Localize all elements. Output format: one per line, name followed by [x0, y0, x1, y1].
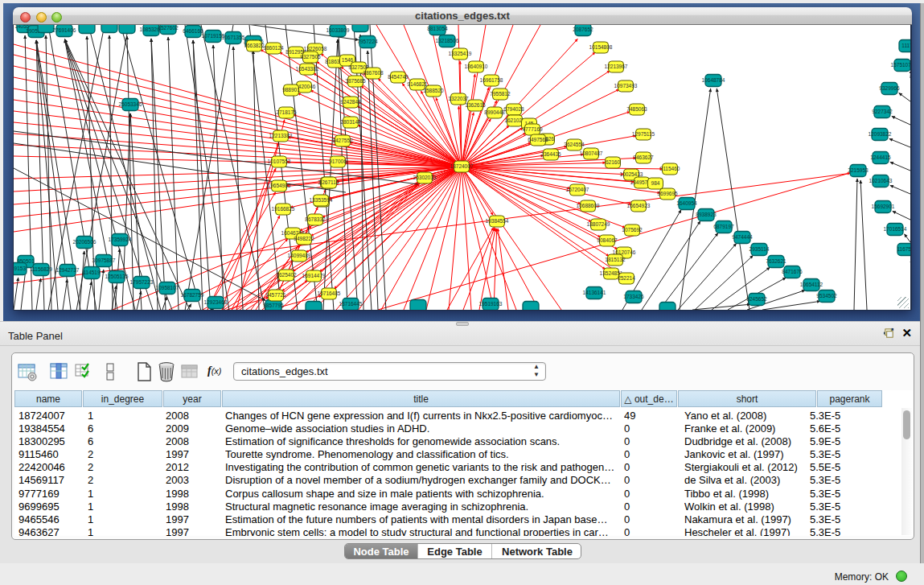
- svg-text:2364436: 2364436: [540, 151, 561, 157]
- svg-text:6879197: 6879197: [713, 224, 734, 229]
- svg-text:27691406: 27691406: [53, 27, 76, 33]
- svg-text:2935114: 2935114: [749, 246, 770, 252]
- svg-text:8427552: 8427552: [332, 138, 353, 143]
- svg-text:15692901: 15692901: [872, 204, 895, 209]
- svg-text:2867608: 2867608: [363, 70, 384, 76]
- svg-text:7485063: 7485063: [626, 106, 647, 112]
- svg-text:10154808: 10154808: [589, 44, 613, 50]
- svg-text:3875685: 3875685: [345, 78, 366, 84]
- svg-text:9534502: 9534502: [816, 293, 837, 299]
- svg-text:10210643: 10210643: [869, 178, 893, 183]
- svg-text:39153: 39153: [14, 266, 26, 271]
- svg-text:16961758: 16961758: [480, 77, 503, 83]
- svg-text:7663822: 7663822: [244, 43, 265, 48]
- svg-text:9146821: 9146821: [407, 81, 428, 87]
- svg-text:25302033: 25302033: [413, 175, 437, 180]
- svg-text:9115460: 9115460: [660, 166, 680, 171]
- svg-text:2803144: 2803144: [340, 119, 361, 125]
- svg-text:2718176: 2718176: [276, 109, 297, 115]
- svg-text:10671355: 10671355: [222, 35, 245, 40]
- svg-text:252214: 252214: [618, 275, 635, 281]
- svg-text:7632621: 7632621: [766, 258, 786, 264]
- svg-text:10648784: 10648784: [702, 77, 725, 83]
- svg-text:19166825: 19166825: [272, 206, 295, 212]
- svg-text:17359924: 17359924: [109, 237, 132, 242]
- svg-text:16782759: 16782759: [181, 292, 204, 298]
- svg-text:9327505: 9327505: [300, 54, 321, 60]
- svg-text:18724007: 18724007: [450, 163, 474, 169]
- svg-text:12213383: 12213383: [269, 133, 293, 138]
- svg-text:8471676: 8471676: [782, 269, 803, 274]
- svg-text:14099489: 14099489: [288, 253, 311, 258]
- svg-text:15716485: 15716485: [318, 290, 341, 296]
- svg-text:9329966: 9329966: [879, 85, 900, 91]
- svg-text:1815132: 1815132: [605, 257, 626, 262]
- svg-text:16654923: 16654923: [627, 203, 651, 208]
- svg-text:3624554: 3624554: [564, 142, 585, 147]
- svg-text:9498222: 9498222: [294, 236, 314, 241]
- svg-text:8813054: 8813054: [427, 26, 448, 31]
- svg-text:3267110: 3267110: [319, 179, 339, 185]
- svg-text:3215953: 3215953: [848, 167, 869, 173]
- svg-text:15751074: 15751074: [891, 62, 910, 68]
- svg-text:10107553: 10107553: [268, 159, 291, 164]
- svg-text:13226058: 13226058: [304, 46, 327, 51]
- svg-text:10807487: 10807487: [580, 150, 603, 156]
- svg-text:9860124: 9860124: [263, 45, 284, 51]
- svg-text:10973493: 10973493: [614, 83, 638, 89]
- svg-text:9242848: 9242848: [340, 99, 361, 105]
- svg-text:9084067: 9084067: [597, 237, 618, 243]
- svg-text:16543382: 16543382: [296, 66, 319, 72]
- svg-text:9463627: 9463627: [633, 154, 654, 160]
- svg-text:8454749: 8454749: [388, 74, 409, 80]
- svg-text:17016514: 17016514: [884, 226, 907, 232]
- svg-text:2087652: 2087652: [573, 27, 593, 32]
- svg-text:19384554: 19384554: [486, 218, 509, 224]
- svg-text:14136141: 14136141: [583, 290, 606, 295]
- svg-text:19519163: 19519163: [479, 301, 503, 307]
- svg-text:10654112: 10654112: [800, 282, 823, 287]
- svg-text:1244415: 1244415: [870, 154, 891, 160]
- svg-text:1322037: 1322037: [448, 96, 469, 101]
- svg-text:10958107: 10958107: [156, 285, 179, 290]
- svg-text:1117: 1117: [901, 43, 910, 48]
- svg-text:1640954: 1640954: [676, 200, 697, 206]
- svg-text:18807249: 18807249: [587, 221, 610, 227]
- svg-text:30975887: 30975887: [92, 257, 116, 263]
- svg-text:6794028: 6794028: [503, 106, 524, 112]
- svg-text:20206506: 20206506: [73, 239, 97, 245]
- svg-text:12093822: 12093822: [869, 131, 892, 137]
- svg-text:16033809: 16033809: [326, 27, 350, 33]
- svg-text:16914479: 16914479: [302, 273, 326, 278]
- svg-text:7625402: 7625402: [276, 272, 297, 278]
- svg-text:6497568: 6497568: [528, 137, 548, 142]
- svg-text:988901: 988901: [282, 87, 300, 93]
- svg-text:9857795: 9857795: [263, 303, 284, 308]
- svg-text:19654985: 19654985: [268, 183, 291, 188]
- svg-text:12505135: 12505135: [105, 274, 129, 279]
- svg-text:116753: 116753: [897, 246, 910, 252]
- svg-text:1075692: 1075692: [622, 227, 643, 233]
- svg-text:12975115: 12975115: [632, 131, 655, 137]
- svg-text:1588520: 1588520: [423, 88, 444, 93]
- svg-text:62160: 62160: [606, 159, 620, 165]
- svg-text:1733426: 1733426: [623, 294, 644, 299]
- svg-text:10688609: 10688609: [577, 203, 600, 208]
- svg-text:9457721: 9457721: [265, 292, 286, 298]
- svg-text:12213967: 12213967: [605, 64, 628, 69]
- svg-text:13325419: 13325419: [449, 51, 472, 56]
- svg-text:13353594: 13353594: [310, 197, 333, 203]
- svg-text:1527602: 1527602: [158, 25, 179, 31]
- svg-text:10025433: 10025433: [620, 171, 643, 177]
- svg-text:7957224: 7957224: [357, 39, 378, 44]
- svg-text:7955812: 7955812: [490, 91, 511, 97]
- svg-text:9699695: 9699695: [657, 191, 678, 196]
- svg-text:15720407: 15720407: [566, 187, 589, 192]
- svg-text:25053346: 25053346: [119, 101, 142, 107]
- svg-text:8678332: 8678332: [305, 216, 326, 222]
- svg-text:114519: 114519: [83, 270, 101, 275]
- svg-text:6466160: 6466160: [183, 28, 203, 34]
- svg-text:13218506: 13218506: [436, 38, 459, 43]
- svg-text:18640910: 18640910: [465, 64, 488, 69]
- svg-text:12942737: 12942737: [56, 267, 80, 273]
